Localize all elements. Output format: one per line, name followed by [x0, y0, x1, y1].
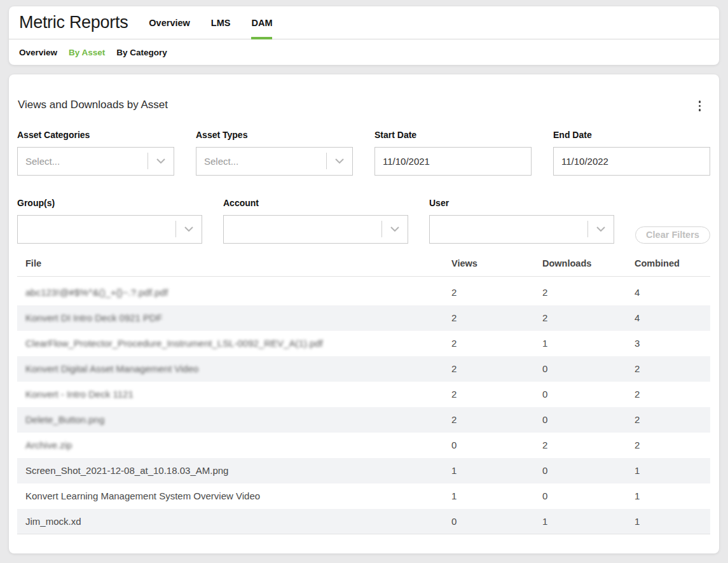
downloads-cell: 2 — [534, 440, 626, 450]
header-card: Metric Reports Overview LMS DAM Overview… — [9, 6, 719, 65]
combined-cell: 1 — [626, 465, 710, 476]
asset-table-header: File Views Downloads Combined — [17, 258, 710, 277]
subtab-by-asset[interactable]: By Asset — [69, 48, 105, 57]
file-cell: Screen_Shot_2021-12-08_at_10.18.03_AM.pn… — [17, 465, 443, 476]
combined-cell: 1 — [626, 516, 710, 527]
downloads-cell: 0 — [534, 389, 626, 400]
asset-types-field: Asset Types Select... — [196, 130, 353, 176]
filter-row-2: Group(s) Account — [17, 198, 710, 244]
views-cell: 2 — [443, 287, 534, 298]
asset-table-body: abc123!@#$%^&()_+{}~.?.pdf.pdf 2 2 4 Kon… — [17, 277, 710, 534]
table-row: Konvert DI Intro Deck 0921 PDF 2 2 4 — [17, 305, 710, 331]
account-label: Account — [223, 198, 408, 208]
asset-types-label: Asset Types — [196, 130, 353, 140]
tab-overview[interactable]: Overview — [149, 6, 190, 39]
report-card: Views and Downloads by Asset Asset Categ… — [9, 74, 719, 553]
tab-lms[interactable]: LMS — [211, 6, 231, 39]
select-placeholder: Select... — [18, 156, 148, 167]
user-select[interactable] — [429, 215, 614, 244]
page-title: Metric Reports — [19, 13, 128, 32]
file-cell: ClearFlow_Protector_Procedure_Instrument… — [17, 338, 443, 349]
col-header-downloads: Downloads — [534, 258, 626, 268]
col-header-combined: Combined — [626, 258, 710, 268]
table-row: ClearFlow_Protector_Procedure_Instrument… — [17, 331, 710, 356]
chevron-down-icon — [148, 158, 174, 163]
combined-cell: 2 — [626, 363, 710, 374]
downloads-cell: 2 — [534, 287, 626, 298]
account-select[interactable] — [223, 215, 408, 244]
combined-cell: 3 — [626, 338, 710, 349]
views-cell: 2 — [443, 389, 534, 400]
combined-cell: 2 — [626, 440, 710, 450]
filter-row-1: Asset Categories Select... Asset Types S… — [17, 130, 710, 176]
clear-filters-button[interactable]: Clear Filters — [635, 226, 710, 244]
views-cell: 2 — [443, 414, 534, 425]
downloads-cell: 0 — [534, 490, 626, 501]
groups-field: Group(s) — [17, 198, 202, 244]
file-cell: Konvert Learning Management System Overv… — [17, 490, 443, 501]
views-cell: 0 — [443, 516, 534, 527]
downloads-cell: 1 — [534, 338, 626, 349]
file-cell: Jim_mock.xd — [17, 516, 443, 527]
file-cell: Delete_Button.png — [17, 414, 443, 425]
combined-cell: 1 — [626, 490, 710, 501]
table-row: Konvert - Intro Deck 1121 2 0 2 — [17, 382, 710, 407]
chevron-down-icon — [382, 226, 408, 232]
end-date-input[interactable] — [553, 147, 710, 176]
file-cell: Konvert - Intro Deck 1121 — [17, 389, 443, 400]
views-cell: 2 — [443, 363, 534, 374]
start-date-input[interactable] — [374, 147, 532, 176]
downloads-cell: 1 — [534, 516, 626, 527]
downloads-cell: 2 — [534, 312, 626, 323]
downloads-cell: 0 — [534, 414, 626, 425]
views-cell: 2 — [443, 312, 534, 323]
clear-filters-cell: Clear Filters — [635, 198, 710, 244]
account-field: Account — [223, 198, 408, 244]
table-row: Jim_mock.xd 0 1 1 — [17, 509, 710, 534]
col-header-views: Views — [443, 258, 534, 268]
table-row: Konvert Learning Management System Overv… — [17, 483, 710, 509]
col-header-file: File — [17, 258, 443, 268]
chevron-down-icon — [588, 226, 614, 232]
views-cell: 2 — [443, 338, 534, 349]
file-cell: Konvert DI Intro Deck 0921 PDF — [17, 312, 443, 323]
combined-cell: 2 — [626, 414, 710, 425]
page: Metric Reports Overview LMS DAM Overview… — [0, 6, 728, 553]
views-cell: 0 — [443, 440, 534, 450]
tab-dam[interactable]: DAM — [251, 6, 272, 39]
user-label: User — [429, 198, 614, 208]
end-date-field: End Date — [553, 130, 710, 176]
table-row: abc123!@#$%^&()_+{}~.?.pdf.pdf 2 2 4 — [17, 280, 710, 305]
combined-cell: 4 — [626, 287, 710, 298]
asset-categories-label: Asset Categories — [17, 130, 174, 140]
groups-select[interactable] — [17, 215, 202, 244]
asset-categories-select[interactable]: Select... — [17, 147, 174, 176]
header-top: Metric Reports Overview LMS DAM — [9, 6, 719, 39]
end-date-label: End Date — [553, 130, 710, 140]
report-title: Views and Downloads by Asset — [18, 99, 168, 111]
table-row: Delete_Button.png 2 0 2 — [17, 407, 710, 433]
asset-types-select[interactable]: Select... — [196, 147, 353, 176]
asset-table: File Views Downloads Combined abc123!@#$… — [17, 258, 710, 534]
table-row: Konvert Digital Asset Management Video 2… — [17, 356, 710, 382]
combined-cell: 2 — [626, 389, 710, 400]
main-tabs: Overview LMS DAM — [149, 6, 272, 39]
file-cell: Archive.zip — [17, 440, 443, 450]
views-cell: 1 — [443, 465, 534, 476]
chevron-down-icon — [176, 226, 202, 232]
table-row: Archive.zip 0 2 2 — [17, 433, 710, 458]
kebab-menu-icon[interactable] — [695, 99, 705, 113]
subtab-overview[interactable]: Overview — [19, 48, 57, 57]
downloads-cell: 0 — [534, 465, 626, 476]
combined-cell: 4 — [626, 312, 710, 323]
table-row: Screen_Shot_2021-12-08_at_10.18.03_AM.pn… — [17, 458, 710, 483]
start-date-field: Start Date — [374, 130, 532, 176]
report-subnav: Overview By Asset By Category — [9, 39, 719, 65]
subtab-by-category[interactable]: By Category — [116, 48, 167, 57]
report-card-header: Views and Downloads by Asset — [17, 99, 710, 113]
file-cell: Konvert Digital Asset Management Video — [17, 363, 443, 374]
groups-label: Group(s) — [17, 198, 202, 208]
asset-categories-field: Asset Categories Select... — [17, 130, 174, 176]
select-placeholder: Select... — [196, 156, 326, 167]
views-cell: 1 — [443, 490, 534, 501]
